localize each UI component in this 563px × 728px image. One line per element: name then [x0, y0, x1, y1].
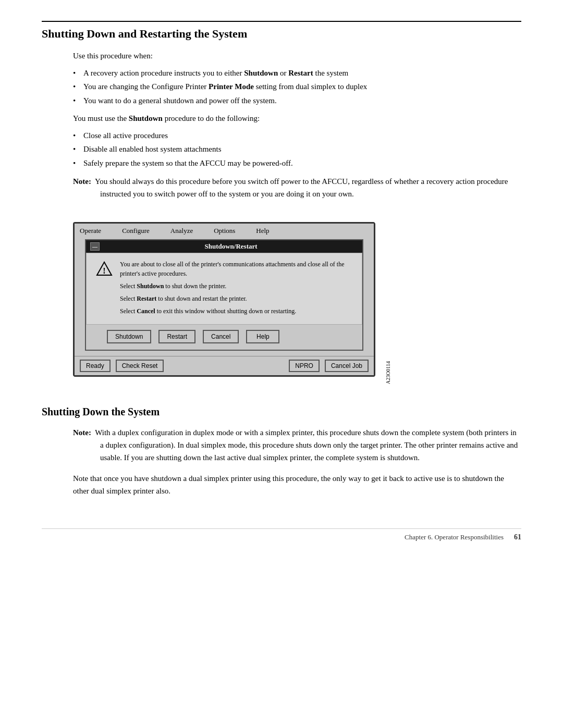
menu-help[interactable]: Help: [256, 227, 269, 235]
bullet-2-3: Safely prepare the system so that the AF…: [73, 157, 521, 169]
npro-button[interactable]: NPRO: [289, 360, 320, 372]
shutdown-button[interactable]: Shutdown: [107, 330, 151, 343]
screenshot-container: Operate Configure Analyze Options Help —…: [73, 222, 375, 377]
dialog-line-2: Select Shutdown to shut down the printer…: [120, 281, 353, 291]
svg-text:!: !: [103, 266, 105, 275]
dialog-buttons-area: Shutdown Restart Cancel Help: [86, 325, 362, 350]
section1-title: Shutting Down and Restarting the System: [42, 27, 521, 41]
intro-text: Use this procedure when:: [73, 50, 521, 62]
bullet-1-3: You want to do a general shutdown and po…: [73, 95, 521, 107]
bullet-1-2: You are changing the Configure Printer P…: [73, 81, 521, 93]
check-reset-button[interactable]: Check Reset: [116, 360, 164, 372]
dialog-title: Shutdown/Restart: [104, 242, 358, 251]
note1: Note: You should always do this procedur…: [73, 175, 521, 200]
footer-chapter: Chapter 6. Operator Responsibilities: [405, 533, 504, 541]
bullets-list-1: A recovery action procedure instructs yo…: [73, 67, 521, 107]
dialog-line-3: Select Restart to shut down and restart …: [120, 294, 353, 303]
section2-title: Shutting Down the System: [42, 406, 521, 418]
menu-analyze[interactable]: Analyze: [170, 227, 193, 235]
bullet-1-1: A recovery action procedure instructs yo…: [73, 67, 521, 79]
menu-options[interactable]: Options: [214, 227, 235, 235]
note2: Note: With a duplex configuration in dup…: [73, 426, 521, 464]
dialog-close-button[interactable]: —: [90, 242, 100, 251]
help-button[interactable]: Help: [246, 330, 279, 343]
menu-configure[interactable]: Configure: [122, 227, 150, 235]
dialog-line-4: Select Cancel to exit this window withou…: [120, 306, 353, 316]
dialog-line-1: You are about to close all of the printe…: [120, 260, 353, 278]
dialog-window: — Shutdown/Restart ! You are about to cl…: [85, 239, 363, 351]
dialog-titlebar: — Shutdown/Restart: [86, 240, 362, 253]
para2: Note that once you have shutdown a dual …: [73, 472, 521, 497]
menu-bar: Operate Configure Analyze Options Help: [75, 224, 374, 237]
restart-button[interactable]: Restart: [158, 330, 195, 343]
warning-icon: !: [95, 261, 114, 319]
section2-block: Shutting Down the System Note: With a du…: [42, 406, 521, 497]
cancel-job-button[interactable]: Cancel Job: [325, 360, 369, 372]
status-bar: Ready Check Reset NPRO Cancel Job: [75, 356, 374, 375]
cancel-button[interactable]: Cancel: [203, 330, 239, 343]
figure-label: A23O0114: [385, 361, 391, 384]
bullet-2-1: Close all active procedures: [73, 130, 521, 142]
dialog-text-content: You are about to close all of the printe…: [120, 260, 353, 319]
footer: Chapter 6. Operator Responsibilities 61: [42, 528, 521, 541]
top-rule: [42, 21, 521, 22]
bullets-list-2: Close all active procedures Disable all …: [73, 130, 521, 169]
ready-button[interactable]: Ready: [80, 360, 111, 372]
menu-operate[interactable]: Operate: [80, 227, 101, 235]
dialog-body: ! You are about to close all of the prin…: [86, 253, 362, 325]
footer-page: 61: [514, 533, 521, 541]
bullet-2-2: Disable all enabled host system attachme…: [73, 143, 521, 155]
para1: You must use the Shutdown procedure to d…: [73, 113, 521, 125]
